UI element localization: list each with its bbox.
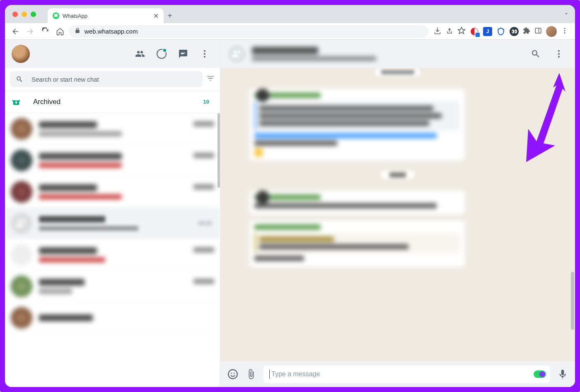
- search-icon: [16, 75, 23, 83]
- svg-point-3: [564, 32, 566, 33]
- browser-actions: J 👀: [431, 26, 571, 37]
- archived-count: 10: [203, 99, 213, 105]
- emoji-icon[interactable]: [227, 369, 239, 380]
- svg-point-5: [204, 53, 205, 55]
- communities-icon[interactable]: [131, 45, 149, 63]
- back-button[interactable]: [9, 25, 22, 38]
- conversation-title: [252, 47, 521, 61]
- minimize-window-button[interactable]: [22, 12, 27, 17]
- menu-icon[interactable]: [196, 45, 213, 63]
- lock-icon: [75, 28, 80, 35]
- svg-point-2: [564, 30, 566, 31]
- extension-icon[interactable]: 👀: [510, 27, 519, 36]
- search-in-chat-icon[interactable]: [527, 45, 544, 63]
- search-placeholder: Search or start new chat: [31, 76, 99, 83]
- window-controls: [12, 5, 48, 23]
- bookmark-star-icon[interactable]: [457, 27, 466, 36]
- messages-area[interactable]: [220, 68, 575, 361]
- reload-button[interactable]: [39, 25, 51, 38]
- sidepanel-icon[interactable]: [534, 27, 542, 36]
- close-window-button[interactable]: [12, 12, 18, 17]
- new-chat-icon[interactable]: [174, 45, 192, 63]
- filter-icon[interactable]: [206, 74, 215, 85]
- install-icon[interactable]: [433, 27, 442, 36]
- chat-item[interactable]: [5, 302, 220, 334]
- svg-rect-0: [535, 28, 541, 33]
- profile-avatar[interactable]: [546, 26, 557, 37]
- tab-title: WhatsApp: [63, 13, 150, 19]
- conversation-panel: Type a message: [220, 40, 575, 387]
- left-header: [5, 40, 220, 68]
- chat-item[interactable]: [5, 176, 220, 208]
- archived-label: Archived: [33, 98, 191, 106]
- composer: Type a message: [220, 361, 575, 387]
- tabs-dropdown-icon[interactable]: [563, 11, 569, 18]
- chat-list[interactable]: 08:08: [5, 113, 220, 387]
- archive-icon: [12, 97, 21, 106]
- svg-point-6: [204, 56, 205, 58]
- group-avatar: [228, 45, 246, 63]
- svg-point-10: [228, 370, 237, 379]
- svg-point-1: [564, 28, 566, 29]
- status-icon[interactable]: [153, 45, 170, 63]
- conversation-menu-icon[interactable]: [550, 45, 568, 63]
- chat-item[interactable]: [5, 271, 220, 302]
- chat-item[interactable]: [5, 145, 220, 176]
- message-bubble: [249, 191, 465, 215]
- message-bubble: [249, 89, 465, 161]
- browser-menu-icon[interactable]: [561, 27, 568, 36]
- chat-item[interactable]: [5, 113, 220, 145]
- forward-button[interactable]: [24, 25, 36, 38]
- chat-item-time: 08:08: [198, 220, 212, 226]
- new-tab-button[interactable]: +: [164, 8, 176, 23]
- browser-tabbar: WhatsApp ✕ +: [5, 5, 575, 23]
- mic-icon[interactable]: [557, 369, 568, 380]
- share-icon[interactable]: [446, 27, 453, 36]
- message-placeholder: Type a message: [271, 370, 320, 378]
- conversation-header[interactable]: [220, 40, 575, 68]
- maximize-window-button[interactable]: [31, 12, 36, 17]
- home-button[interactable]: [54, 25, 66, 38]
- chat-list-panel: Search or start new chat Archived 10: [5, 40, 220, 387]
- scrollbar[interactable]: [571, 272, 574, 330]
- browser-toolbar: web.whatsapp.com J 👀: [5, 23, 575, 40]
- close-tab-icon[interactable]: ✕: [153, 12, 159, 20]
- address-bar[interactable]: web.whatsapp.com: [69, 25, 428, 38]
- svg-point-8: [558, 53, 560, 55]
- date-pill: [375, 68, 420, 76]
- svg-point-4: [204, 50, 205, 52]
- extensions-puzzle-icon[interactable]: [523, 27, 530, 36]
- chat-item-selected[interactable]: 08:08: [5, 208, 220, 239]
- input-toggle[interactable]: [534, 370, 546, 378]
- whatsapp-favicon-icon: [53, 12, 59, 19]
- message-input[interactable]: Type a message: [263, 365, 550, 383]
- sender-avatar: [256, 191, 269, 204]
- search-row: Search or start new chat: [5, 68, 220, 91]
- svg-point-12: [234, 373, 235, 374]
- attach-icon[interactable]: [245, 369, 257, 380]
- whatsapp-app: Search or start new chat Archived 10: [5, 40, 575, 387]
- svg-point-7: [558, 50, 560, 52]
- svg-point-9: [558, 56, 560, 58]
- extension-icon[interactable]: J: [483, 27, 492, 36]
- archived-row[interactable]: Archived 10: [5, 91, 220, 113]
- chat-item[interactable]: [5, 239, 220, 271]
- svg-point-11: [231, 373, 232, 374]
- message-bubble: [249, 220, 465, 267]
- url-text: web.whatsapp.com: [85, 28, 138, 35]
- search-input[interactable]: Search or start new chat: [10, 71, 203, 87]
- extension-icon[interactable]: [470, 27, 479, 36]
- sender-avatar: [256, 89, 269, 102]
- system-pill: [381, 171, 414, 179]
- my-avatar[interactable]: [12, 45, 30, 63]
- extension-icon[interactable]: [496, 27, 505, 36]
- browser-tab[interactable]: WhatsApp ✕: [48, 8, 164, 23]
